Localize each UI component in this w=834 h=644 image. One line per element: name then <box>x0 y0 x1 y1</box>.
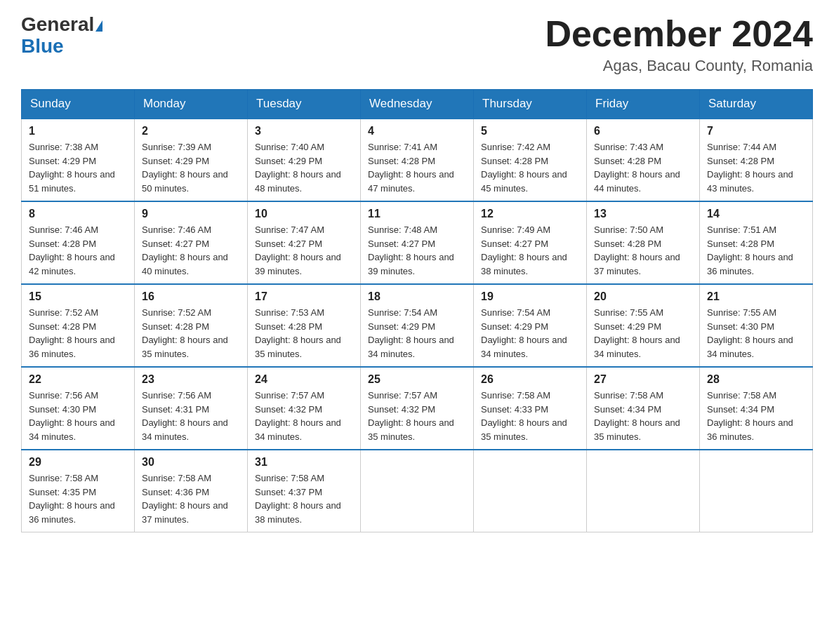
day-number: 14 <box>707 208 805 220</box>
calendar-day-cell: 14 Sunrise: 7:51 AM Sunset: 4:28 PM Dayl… <box>700 201 813 284</box>
logo-triangle-icon <box>95 20 102 32</box>
calendar-week-row: 1 Sunrise: 7:38 AM Sunset: 4:29 PM Dayli… <box>22 119 813 201</box>
day-info: Sunrise: 7:58 AM Sunset: 4:34 PM Dayligh… <box>594 389 692 443</box>
calendar-day-cell: 27 Sunrise: 7:58 AM Sunset: 4:34 PM Dayl… <box>587 367 700 450</box>
calendar-week-row: 22 Sunrise: 7:56 AM Sunset: 4:30 PM Dayl… <box>22 367 813 450</box>
col-friday: Friday <box>587 90 700 119</box>
calendar-week-row: 29 Sunrise: 7:58 AM Sunset: 4:35 PM Dayl… <box>22 450 813 532</box>
day-number: 9 <box>142 208 240 220</box>
calendar-day-cell: 13 Sunrise: 7:50 AM Sunset: 4:28 PM Dayl… <box>587 201 700 284</box>
calendar-day-cell: 8 Sunrise: 7:46 AM Sunset: 4:28 PM Dayli… <box>22 201 135 284</box>
calendar-day-cell: 11 Sunrise: 7:48 AM Sunset: 4:27 PM Dayl… <box>361 201 474 284</box>
col-thursday: Thursday <box>474 90 587 119</box>
month-title: December 2024 <box>545 14 813 54</box>
calendar-week-row: 8 Sunrise: 7:46 AM Sunset: 4:28 PM Dayli… <box>22 201 813 284</box>
location-text: Agas, Bacau County, Romania <box>545 57 813 75</box>
calendar-day-cell: 18 Sunrise: 7:54 AM Sunset: 4:29 PM Dayl… <box>361 284 474 367</box>
day-info: Sunrise: 7:42 AM Sunset: 4:28 PM Dayligh… <box>481 140 579 195</box>
calendar-day-cell: 12 Sunrise: 7:49 AM Sunset: 4:27 PM Dayl… <box>474 201 587 284</box>
calendar-day-cell: 21 Sunrise: 7:55 AM Sunset: 4:30 PM Dayl… <box>700 284 813 367</box>
page-header: General Blue December 2024 Agas, Bacau C… <box>21 14 813 75</box>
day-info: Sunrise: 7:47 AM Sunset: 4:27 PM Dayligh… <box>255 223 353 278</box>
day-number: 1 <box>29 125 127 137</box>
col-sunday: Sunday <box>22 90 135 119</box>
day-number: 25 <box>368 373 466 386</box>
calendar-table: Sunday Monday Tuesday Wednesday Thursday… <box>21 89 813 532</box>
calendar-day-cell: 1 Sunrise: 7:38 AM Sunset: 4:29 PM Dayli… <box>22 119 135 201</box>
day-info: Sunrise: 7:55 AM Sunset: 4:29 PM Dayligh… <box>594 306 692 361</box>
calendar-day-cell <box>700 450 813 532</box>
calendar-day-cell: 23 Sunrise: 7:56 AM Sunset: 4:31 PM Dayl… <box>135 367 248 450</box>
calendar-day-cell: 30 Sunrise: 7:58 AM Sunset: 4:36 PM Dayl… <box>135 450 248 532</box>
day-number: 12 <box>481 208 579 220</box>
col-tuesday: Tuesday <box>248 90 361 119</box>
day-number: 7 <box>707 125 805 137</box>
calendar-day-cell: 24 Sunrise: 7:57 AM Sunset: 4:32 PM Dayl… <box>248 367 361 450</box>
day-number: 20 <box>594 290 692 303</box>
day-number: 30 <box>142 456 240 469</box>
day-info: Sunrise: 7:54 AM Sunset: 4:29 PM Dayligh… <box>481 306 579 361</box>
day-number: 26 <box>481 373 579 386</box>
day-info: Sunrise: 7:58 AM Sunset: 4:36 PM Dayligh… <box>142 471 240 526</box>
calendar-day-cell <box>587 450 700 532</box>
calendar-day-cell: 29 Sunrise: 7:58 AM Sunset: 4:35 PM Dayl… <box>22 450 135 532</box>
calendar-day-cell: 4 Sunrise: 7:41 AM Sunset: 4:28 PM Dayli… <box>361 119 474 201</box>
day-info: Sunrise: 7:56 AM Sunset: 4:31 PM Dayligh… <box>142 389 240 443</box>
day-info: Sunrise: 7:58 AM Sunset: 4:33 PM Dayligh… <box>481 389 579 443</box>
day-number: 4 <box>368 125 466 137</box>
day-number: 22 <box>29 373 127 386</box>
day-info: Sunrise: 7:58 AM Sunset: 4:34 PM Dayligh… <box>707 389 805 443</box>
day-number: 6 <box>594 125 692 137</box>
day-info: Sunrise: 7:52 AM Sunset: 4:28 PM Dayligh… <box>29 306 127 361</box>
day-info: Sunrise: 7:39 AM Sunset: 4:29 PM Dayligh… <box>142 140 240 195</box>
day-info: Sunrise: 7:50 AM Sunset: 4:28 PM Dayligh… <box>594 223 692 278</box>
day-info: Sunrise: 7:53 AM Sunset: 4:28 PM Dayligh… <box>255 306 353 361</box>
day-info: Sunrise: 7:55 AM Sunset: 4:30 PM Dayligh… <box>707 306 805 361</box>
day-number: 29 <box>29 456 127 469</box>
calendar-day-cell: 22 Sunrise: 7:56 AM Sunset: 4:30 PM Dayl… <box>22 367 135 450</box>
calendar-day-cell: 9 Sunrise: 7:46 AM Sunset: 4:27 PM Dayli… <box>135 201 248 284</box>
calendar-day-cell: 15 Sunrise: 7:52 AM Sunset: 4:28 PM Dayl… <box>22 284 135 367</box>
day-number: 15 <box>29 290 127 303</box>
logo: General Blue <box>21 14 102 58</box>
day-number: 3 <box>255 125 353 137</box>
col-saturday: Saturday <box>700 90 813 119</box>
day-info: Sunrise: 7:46 AM Sunset: 4:28 PM Dayligh… <box>29 223 127 278</box>
calendar-day-cell <box>361 450 474 532</box>
day-number: 27 <box>594 373 692 386</box>
calendar-day-cell: 19 Sunrise: 7:54 AM Sunset: 4:29 PM Dayl… <box>474 284 587 367</box>
day-number: 13 <box>594 208 692 220</box>
day-info: Sunrise: 7:52 AM Sunset: 4:28 PM Dayligh… <box>142 306 240 361</box>
day-info: Sunrise: 7:51 AM Sunset: 4:28 PM Dayligh… <box>707 223 805 278</box>
day-number: 21 <box>707 290 805 303</box>
calendar-day-cell: 17 Sunrise: 7:53 AM Sunset: 4:28 PM Dayl… <box>248 284 361 367</box>
logo-blue-text: Blue <box>21 35 64 57</box>
day-info: Sunrise: 7:44 AM Sunset: 4:28 PM Dayligh… <box>707 140 805 195</box>
calendar-day-cell: 7 Sunrise: 7:44 AM Sunset: 4:28 PM Dayli… <box>700 119 813 201</box>
day-number: 31 <box>255 456 353 469</box>
title-section: December 2024 Agas, Bacau County, Romani… <box>545 14 813 75</box>
calendar-header-row: Sunday Monday Tuesday Wednesday Thursday… <box>22 90 813 119</box>
calendar-day-cell: 10 Sunrise: 7:47 AM Sunset: 4:27 PM Dayl… <box>248 201 361 284</box>
day-number: 18 <box>368 290 466 303</box>
day-info: Sunrise: 7:57 AM Sunset: 4:32 PM Dayligh… <box>368 389 466 443</box>
col-wednesday: Wednesday <box>361 90 474 119</box>
day-info: Sunrise: 7:49 AM Sunset: 4:27 PM Dayligh… <box>481 223 579 278</box>
day-number: 16 <box>142 290 240 303</box>
day-info: Sunrise: 7:43 AM Sunset: 4:28 PM Dayligh… <box>594 140 692 195</box>
calendar-day-cell: 5 Sunrise: 7:42 AM Sunset: 4:28 PM Dayli… <box>474 119 587 201</box>
calendar-day-cell: 2 Sunrise: 7:39 AM Sunset: 4:29 PM Dayli… <box>135 119 248 201</box>
day-info: Sunrise: 7:57 AM Sunset: 4:32 PM Dayligh… <box>255 389 353 443</box>
day-number: 24 <box>255 373 353 386</box>
day-info: Sunrise: 7:54 AM Sunset: 4:29 PM Dayligh… <box>368 306 466 361</box>
day-info: Sunrise: 7:48 AM Sunset: 4:27 PM Dayligh… <box>368 223 466 278</box>
day-number: 10 <box>255 208 353 220</box>
day-number: 2 <box>142 125 240 137</box>
day-info: Sunrise: 7:38 AM Sunset: 4:29 PM Dayligh… <box>29 140 127 195</box>
day-info: Sunrise: 7:58 AM Sunset: 4:35 PM Dayligh… <box>29 471 127 526</box>
day-info: Sunrise: 7:58 AM Sunset: 4:37 PM Dayligh… <box>255 471 353 526</box>
day-number: 28 <box>707 373 805 386</box>
day-number: 17 <box>255 290 353 303</box>
calendar-day-cell: 26 Sunrise: 7:58 AM Sunset: 4:33 PM Dayl… <box>474 367 587 450</box>
calendar-week-row: 15 Sunrise: 7:52 AM Sunset: 4:28 PM Dayl… <box>22 284 813 367</box>
